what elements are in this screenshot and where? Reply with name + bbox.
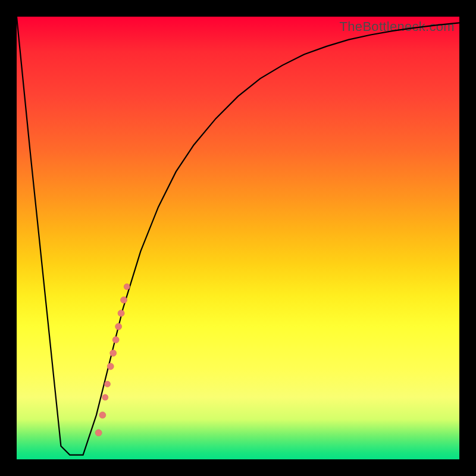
- data-point: [110, 350, 117, 356]
- chart-frame: TheBottleneck.com: [0, 0, 476, 476]
- data-point: [107, 363, 114, 369]
- data-point: [118, 310, 124, 317]
- data-point: [121, 297, 127, 303]
- data-point: [102, 394, 108, 400]
- data-point: [95, 430, 102, 436]
- plot-area: TheBottleneck.com: [17, 17, 459, 459]
- data-point: [124, 284, 130, 290]
- data-point: [105, 381, 111, 387]
- data-point: [115, 323, 122, 330]
- data-points-group: [95, 284, 130, 436]
- data-point: [99, 412, 106, 418]
- data-point: [112, 337, 119, 343]
- curve-svg: [17, 17, 459, 459]
- bottleneck-curve-line: [17, 17, 459, 455]
